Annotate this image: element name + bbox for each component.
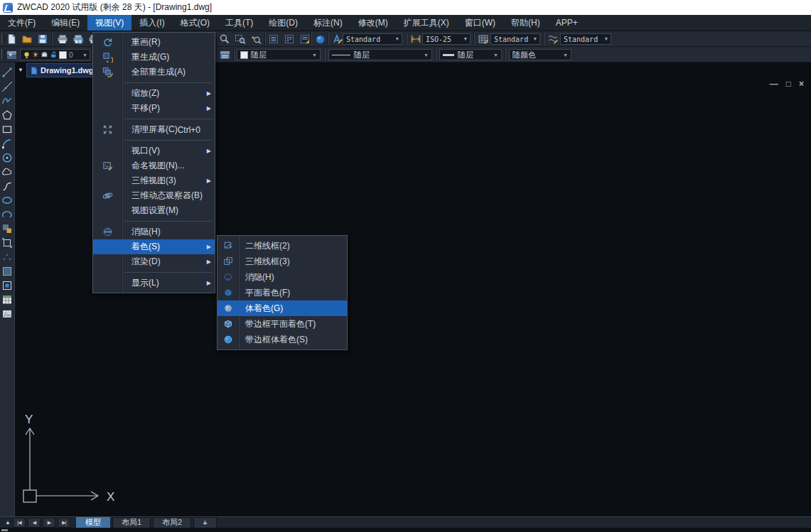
- menu-modify[interactable]: 修改(M): [350, 15, 396, 31]
- menu-item-zoom[interactable]: 缩放(Z) ▶: [93, 86, 215, 101]
- menu-window[interactable]: 窗口(W): [457, 15, 503, 31]
- submenu-item-2d-wireframe[interactable]: 二维线框(2): [217, 238, 347, 254]
- submenu-item-flat-shade-edges[interactable]: 带边框平面着色(T): [217, 316, 347, 332]
- menu-help[interactable]: 帮助(H): [503, 15, 548, 31]
- menu-item-pan[interactable]: 平移(P) ▶: [93, 101, 215, 116]
- table-style-select[interactable]: Standard ▼: [490, 33, 540, 45]
- menu-item-render[interactable]: 渲染(D) ▶: [93, 254, 215, 269]
- line-tool-icon[interactable]: [0, 65, 14, 80]
- polyline-tool-icon[interactable]: [0, 94, 14, 108]
- tab-up-arrow-icon[interactable]: ▲: [5, 519, 11, 526]
- document-tab[interactable]: Drawing1.dwg: [26, 63, 100, 77]
- text-style-select[interactable]: Standard ▼: [343, 33, 402, 45]
- minimize-icon[interactable]: —: [770, 80, 778, 88]
- polygon-tool-icon[interactable]: [0, 108, 14, 122]
- layer-manager-icon[interactable]: [5, 48, 18, 61]
- tab-nav-last[interactable]: ▶|: [58, 518, 70, 528]
- chevron-down-icon[interactable]: ▼: [490, 53, 498, 58]
- insert-block-tool-icon[interactable]: [0, 222, 14, 236]
- designcenter-palette-icon[interactable]: [299, 33, 311, 45]
- lineweight-select[interactable]: 随层 ▼: [439, 49, 502, 60]
- chevron-down-icon[interactable]: ▼: [309, 53, 317, 58]
- table-tool-icon[interactable]: [0, 293, 14, 307]
- ellipse-arc-tool-icon[interactable]: [0, 207, 14, 222]
- tab-nav-prev[interactable]: ◀: [28, 518, 41, 528]
- command-grip[interactable]: [1, 529, 8, 531]
- menu-item-clean-screen[interactable]: 清理屏幕(C) Ctrl+0: [93, 122, 215, 137]
- menu-format[interactable]: 格式(O): [173, 15, 217, 31]
- chevron-down-icon[interactable]: ▼: [602, 36, 608, 42]
- mline-style-select[interactable]: Standard ▼: [560, 33, 611, 45]
- plot-icon[interactable]: [56, 33, 69, 45]
- menu-app-plus[interactable]: APP+: [548, 15, 586, 31]
- circle-tool-icon[interactable]: [0, 151, 14, 165]
- revcloud-tool-icon[interactable]: [0, 165, 14, 179]
- close-icon[interactable]: ×: [799, 80, 804, 88]
- submenu-item-flat-shade[interactable]: 平面着色(F): [217, 285, 347, 300]
- ray-tool-icon[interactable]: [0, 80, 14, 94]
- chevron-down-icon[interactable]: ▼: [461, 36, 467, 42]
- color-select[interactable]: 随层 ▼: [237, 49, 321, 60]
- plot-preview-icon[interactable]: [72, 33, 85, 45]
- menu-item-hide[interactable]: 消隐(H): [93, 224, 215, 239]
- point-tool-icon[interactable]: [0, 250, 14, 264]
- tab-new-layout[interactable]: +: [193, 517, 216, 528]
- submenu-item-gouraud-shade[interactable]: 体着色(G): [217, 300, 347, 316]
- tab-nav-next[interactable]: ▶: [43, 518, 55, 528]
- save-file-icon[interactable]: [36, 33, 49, 45]
- new-file-icon[interactable]: [5, 33, 18, 45]
- chevron-down-icon[interactable]: ▼: [560, 53, 568, 58]
- quickcalc-palette-icon[interactable]: [283, 33, 296, 45]
- arc-tool-icon[interactable]: [0, 136, 14, 151]
- help-sphere-icon[interactable]: [313, 33, 326, 45]
- zoom-window-icon[interactable]: [234, 33, 247, 45]
- plot-style-select[interactable]: 随颜色 ▼: [509, 49, 571, 60]
- chevron-down-icon[interactable]: ▼: [393, 36, 399, 42]
- dim-style-select[interactable]: ISO-25 ▼: [422, 33, 471, 45]
- menu-item-redraw[interactable]: 重画(R): [93, 35, 215, 50]
- doc-tab-chevron-icon[interactable]: ▼: [18, 67, 23, 73]
- menu-edit[interactable]: 编辑(E): [43, 15, 87, 31]
- restore-icon[interactable]: □: [786, 80, 791, 88]
- ellipse-tool-icon[interactable]: [0, 193, 14, 207]
- menu-item-regen-all[interactable]: 全部重生成(A): [93, 65, 215, 80]
- submenu-item-gouraud-shade-edges[interactable]: 带边框体着色(S): [217, 332, 347, 347]
- hatch-tool-icon[interactable]: [0, 264, 14, 278]
- linetype-select[interactable]: 随层 ▼: [328, 49, 432, 60]
- menu-item-display[interactable]: 显示(L) ▶: [93, 276, 215, 291]
- tab-model[interactable]: 模型: [76, 517, 110, 528]
- chevron-down-icon[interactable]: ▼: [421, 53, 429, 58]
- menu-item-viewports[interactable]: 视口(V) ▶: [93, 143, 215, 158]
- menu-express-tools[interactable]: 扩展工具(X): [396, 15, 457, 31]
- menu-item-3d-orbit[interactable]: 三维动态观察器(B): [93, 188, 215, 203]
- menu-item-regen[interactable]: 重生成(G): [93, 50, 215, 65]
- menu-item-view-settings[interactable]: 视图设置(M): [93, 203, 215, 218]
- tab-nav-first[interactable]: |◀: [13, 518, 26, 528]
- layer-select[interactable]: ☀ 0 ▼: [20, 49, 90, 60]
- menu-view[interactable]: 视图(V): [87, 15, 131, 31]
- tab-layout1[interactable]: 布局1: [112, 517, 151, 528]
- menu-insert[interactable]: 插入(I): [131, 15, 172, 31]
- submenu-item-hidden[interactable]: 消隐(H): [217, 269, 347, 285]
- spline-tool-icon[interactable]: [0, 179, 14, 193]
- zoom-realtime-icon[interactable]: [218, 33, 231, 45]
- image-tool-icon[interactable]: [0, 307, 14, 321]
- menu-tools[interactable]: 工具(T): [217, 15, 261, 31]
- rectangle-tool-icon[interactable]: [0, 122, 14, 136]
- make-block-tool-icon[interactable]: [0, 236, 14, 250]
- menu-file[interactable]: 文件(F): [0, 15, 43, 31]
- open-file-icon[interactable]: [21, 33, 33, 45]
- menu-item-shade[interactable]: 着色(S) ▶: [93, 239, 215, 254]
- tab-layout2[interactable]: 布局2: [153, 517, 191, 528]
- menu-dimension[interactable]: 标注(N): [306, 15, 350, 31]
- chevron-down-icon[interactable]: ▼: [531, 36, 537, 42]
- chevron-down-icon[interactable]: ▼: [80, 53, 87, 58]
- layer-states-icon[interactable]: [218, 48, 231, 61]
- menu-item-3d-views[interactable]: 三维视图(3) ▶: [93, 173, 215, 188]
- properties-palette-icon[interactable]: [267, 33, 280, 45]
- zoom-previous-icon[interactable]: [249, 33, 262, 45]
- submenu-item-3d-wireframe[interactable]: 三维线框(3): [217, 254, 347, 269]
- region-tool-icon[interactable]: [0, 278, 14, 293]
- menu-item-named-views[interactable]: 命名视图(N)...: [93, 158, 215, 173]
- menu-draw[interactable]: 绘图(D): [261, 15, 306, 31]
